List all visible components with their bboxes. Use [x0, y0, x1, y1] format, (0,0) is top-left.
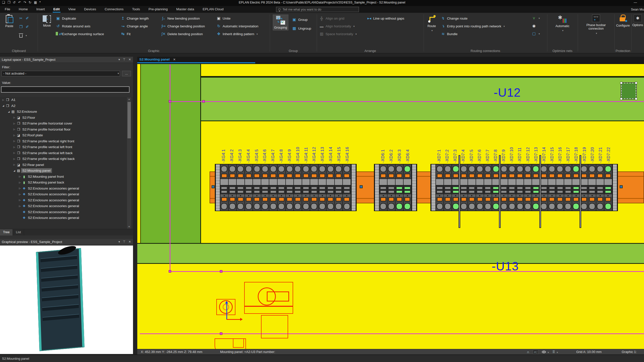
entry-point-dropdown-icon[interactable]: ▾ — [503, 25, 505, 28]
tree-item[interactable]: ▷❒A1 — [0, 97, 133, 103]
tree-item[interactable]: ❖S2:Enclosure accessories general — [0, 215, 133, 221]
menu-tab-edit[interactable]: Edit — [49, 6, 64, 13]
routing-tree-button[interactable]: ⋎▾ — [532, 15, 540, 21]
menu-tab-home[interactable]: Home — [15, 6, 32, 13]
menu-tab-connections[interactable]: Connections — [100, 6, 128, 13]
align-horizontally-button[interactable]: ▬Align horizontally▾ — [319, 23, 357, 29]
grid-size-indicator[interactable]: Grid A: 10.00 mm — [576, 350, 602, 354]
expander-collapsed-icon[interactable]: ▷ — [18, 199, 22, 201]
automatic-button[interactable]: ✱ Automatic ▾ — [554, 15, 571, 32]
phase-busbar-connection-button[interactable]: YYY+ Phase busbar connection ▾ — [582, 15, 610, 35]
expander-collapsed-icon[interactable]: ▷ — [18, 175, 22, 178]
panel-pin-icon[interactable]: ⊤ — [123, 58, 125, 61]
menu-tab-master-data[interactable]: Master data — [172, 6, 198, 13]
group-button[interactable]: ▣Group — [292, 16, 311, 23]
construction-handle[interactable] — [220, 270, 222, 273]
expander-expanded-icon[interactable]: ◢ — [13, 169, 16, 172]
expander-collapsed-icon[interactable]: ▷ — [18, 181, 22, 184]
change-length-button[interactable]: ↥Change length — [120, 15, 149, 22]
paste-button[interactable]: Paste — [2, 15, 17, 28]
tree-item[interactable]: ◢❒A2 — [0, 103, 133, 109]
selected-green-part[interactable] — [621, 83, 636, 99]
rotate-around-axis-button[interactable]: ↺Rotate around axis — [56, 23, 104, 29]
fit-button[interactable]: ↹Fit — [120, 31, 149, 37]
scroll-up-icon[interactable]: ▲ — [127, 98, 131, 100]
copy-icon[interactable]: ❐ — [19, 25, 23, 29]
construction-handle[interactable] — [202, 100, 205, 103]
snap-icon[interactable]: ∩ — [527, 350, 529, 354]
expander-collapsed-icon[interactable]: ▷ — [18, 187, 22, 190]
expander-collapsed-icon[interactable]: ▷ — [13, 158, 16, 160]
expander-collapsed-icon[interactable]: ▷ — [13, 116, 16, 119]
configure-button[interactable]: ✱ Configure — [615, 15, 631, 27]
menu-tab-tools[interactable]: Tools — [128, 6, 144, 13]
tree-item[interactable]: ▷❒S2:Frame profile horizontal cover — [0, 120, 133, 127]
construction-line-u12[interactable] — [170, 101, 644, 102]
tree-item[interactable]: ▷◪S2:Floor — [0, 115, 133, 121]
change-bending-position-button[interactable]: ∫↦Change bending position — [161, 23, 205, 29]
filter-combobox[interactable]: - Not activated - ▾ — [2, 71, 120, 76]
placement-pin-button[interactable]: ◉ — [532, 23, 540, 29]
preview-close-icon[interactable]: ✕ — [128, 240, 131, 244]
delete-icon[interactable] — [19, 34, 23, 38]
tree-item[interactable]: ▷▮S2:Mounting panel back — [0, 179, 133, 186]
minimize-button[interactable]: — — [634, 1, 637, 4]
phase-busbar-dropdown-icon[interactable]: ▾ — [596, 32, 597, 35]
user-name[interactable]: Sean Mu — [631, 8, 644, 11]
unite-button[interactable]: ▣Unite — [216, 15, 259, 22]
tree-scrollbar[interactable]: ▲ ▼ — [127, 97, 131, 228]
automatic-interpretation-button[interactable]: ↻Automatic interpretation — [216, 23, 259, 29]
change-route-button[interactable]: ↯Change route — [441, 15, 505, 22]
expander-collapsed-icon[interactable]: ▷ — [13, 163, 16, 166]
tree-item[interactable]: ▷❖S2:Enclosure accessories general — [0, 203, 133, 209]
expander-collapsed-icon[interactable]: ▷ — [13, 140, 16, 142]
filter-more-button[interactable]: ... — [122, 71, 131, 76]
snap-active-icon[interactable]: ∩: — [533, 350, 538, 354]
tree-item[interactable]: ◢▤S2:Mounting panel — [0, 168, 133, 174]
tree-item[interactable]: ▷◪S2:Roof plate — [0, 132, 133, 138]
construction-handle[interactable] — [169, 100, 171, 103]
align-on-grid-button[interactable]: ╬Align on grid — [319, 15, 357, 22]
expander-collapsed-icon[interactable]: ▷ — [13, 152, 16, 154]
preview-pin-icon[interactable]: ⊤ — [123, 240, 125, 244]
delete-dropdown-icon[interactable]: ▾ — [26, 34, 27, 37]
construction-line-u13[interactable] — [170, 271, 644, 272]
cut-icon[interactable]: ✂ — [19, 16, 23, 21]
visibility-eye-icon[interactable]: ▾ — [542, 350, 549, 354]
tab-list[interactable]: List — [13, 229, 24, 235]
tree-item[interactable]: ▷❒S2:Frame profile vertical right front — [0, 138, 133, 144]
graphical-preview-header[interactable]: Graphical preview - ESS_Sample_Project ▾… — [0, 239, 133, 245]
move-button[interactable]: → Move — [40, 15, 54, 27]
menu-tab-insert[interactable]: Insert — [32, 6, 49, 13]
entry-point-button[interactable]: ↴Entry point into routing path network▾ — [441, 23, 505, 29]
tree-item[interactable]: ▷❒S2:Frame profile vertical left back — [0, 150, 133, 156]
change-angle-button[interactable]: ↝Change angle — [120, 23, 149, 29]
construction-handle[interactable] — [169, 270, 171, 273]
grid-toggle-icon[interactable]: ⠿ ▾ — [552, 350, 558, 354]
tab-close-icon[interactable]: ✕ — [173, 58, 176, 61]
expander-expanded-icon[interactable]: ◢ — [7, 110, 11, 113]
tree-item[interactable]: ❖S2:Enclosure accessories general — [0, 209, 133, 215]
scroll-down-icon[interactable]: ▼ — [127, 225, 131, 228]
expander-collapsed-icon[interactable]: ▷ — [13, 122, 16, 125]
expander-collapsed-icon[interactable]: ▷ — [18, 193, 22, 196]
tree-item[interactable]: ▷❖S2:Enclosure accessories general — [0, 186, 133, 192]
menu-tab-file[interactable]: File — [1, 6, 15, 13]
tab-s2-mounting-panel[interactable]: S2:Mounting panel ✕ — [139, 57, 176, 61]
bundle-button[interactable]: ≋Bundle — [441, 31, 505, 37]
exchange-mounting-surface-button[interactable]: ⇄Exchange mounting surface — [56, 31, 104, 37]
tree-item[interactable]: ▷▮S2:Mounting panel front — [0, 174, 133, 180]
device-label-u12[interactable]: -U12 — [494, 86, 521, 99]
selected-part-drawing[interactable] — [213, 280, 298, 349]
inherit-drilling-dropdown-icon[interactable]: ▾ — [256, 33, 258, 35]
tree-item[interactable]: ▷❖S2:Enclosure accessories general — [0, 197, 133, 203]
device-label-u13[interactable]: -U13 — [492, 259, 519, 273]
construction-line-vertical[interactable] — [170, 65, 170, 272]
expander-collapsed-icon[interactable]: ▷ — [18, 205, 22, 207]
panel-dropdown-icon[interactable]: ▾ — [118, 58, 120, 61]
layout-space-header[interactable]: Layout space - ESS_Sample_Project ▾ ⊤ ✕ — [0, 57, 133, 63]
terminal-strip-xg4[interactable] — [215, 164, 357, 211]
format-brush-icon[interactable]: ✐ — [25, 25, 30, 29]
menu-tab-eplan-cloud[interactable]: EPLAN Cloud — [199, 6, 228, 13]
delete-bending-position-button[interactable]: ∫✕Delete bending position — [161, 31, 205, 37]
